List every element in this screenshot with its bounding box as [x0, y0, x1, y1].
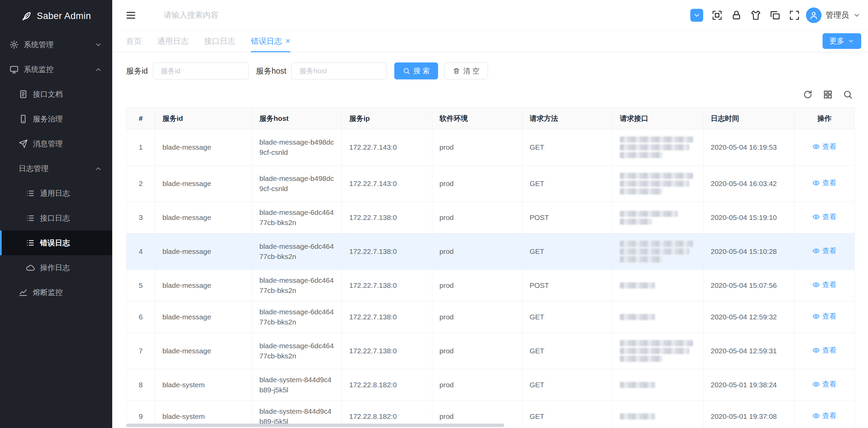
- view-button[interactable]: 查看: [812, 280, 836, 290]
- cell-index: 2: [126, 166, 155, 202]
- sidebar-item-1[interactable]: 系统监控: [0, 57, 112, 82]
- tabs: 首页通用日志接口日志错误日志×: [126, 31, 306, 52]
- multi-screen-icon[interactable]: [770, 10, 781, 21]
- view-button[interactable]: 查看: [812, 379, 836, 389]
- main-area: 管理员 首页通用日志接口日志错误日志× 更多 服务id 服务host 搜 索: [112, 0, 868, 428]
- service-host-input[interactable]: [291, 62, 387, 79]
- chevron-down-icon: [693, 11, 701, 19]
- cell-action: 查看: [794, 234, 855, 270]
- tab-1[interactable]: 通用日志: [157, 31, 189, 52]
- column-header-6: 请求接口: [613, 108, 704, 129]
- table-row-7: 7blade-messageblade-message-6dc46477cb-b…: [126, 333, 855, 369]
- filter-bar: 服务id 服务host 搜 索 清 空: [126, 62, 854, 79]
- notification-icon[interactable]: [690, 9, 703, 22]
- eye-icon: [812, 143, 820, 150]
- cell-index: 1: [126, 129, 155, 166]
- sidebar-item-label: 通用日志: [40, 188, 70, 199]
- content: 服务id 服务host 搜 索 清 空 #服务id服务host服务ip软件环境请…: [112, 52, 868, 428]
- sidebar-item-4[interactable]: 消息管理: [0, 131, 112, 156]
- sidebar-item-9[interactable]: 操作日志: [0, 255, 112, 280]
- clear-button[interactable]: 清 空: [444, 62, 488, 79]
- cell-method: POST: [522, 270, 613, 301]
- user-menu[interactable]: 管理员: [806, 7, 861, 23]
- cell-env: prod: [432, 270, 522, 301]
- lock-icon[interactable]: [731, 10, 742, 21]
- chart-icon: [19, 288, 28, 297]
- sidebar-item-10[interactable]: 熔断监控: [0, 280, 112, 305]
- cell-env: prod: [432, 369, 522, 401]
- eye-icon: [812, 179, 820, 187]
- theme-icon[interactable]: [750, 10, 761, 21]
- column-header-8: 操作: [794, 108, 855, 129]
- cell-method: GET: [522, 166, 613, 202]
- service-id-input[interactable]: [153, 62, 249, 79]
- redacted-text: [620, 256, 663, 262]
- search-button[interactable]: 搜 索: [394, 62, 438, 79]
- view-button[interactable]: 查看: [812, 212, 836, 222]
- more-button[interactable]: 更多: [823, 33, 861, 49]
- view-button[interactable]: 查看: [812, 178, 836, 188]
- send-icon: [19, 139, 28, 148]
- redacted-text: [620, 248, 689, 255]
- fullscreen-icon[interactable]: [789, 10, 800, 21]
- redacted-text: [620, 136, 693, 143]
- sidebar-item-7[interactable]: 接口日志: [0, 206, 112, 230]
- tab-close-icon[interactable]: ×: [285, 37, 290, 45]
- service-host-label: 服务host: [256, 66, 286, 76]
- eye-icon: [812, 247, 820, 255]
- chevron-up-icon: [95, 66, 102, 73]
- search-toggle-icon[interactable]: [843, 90, 853, 99]
- user-icon: [809, 10, 819, 20]
- cell-log-time: 2020-05-04 12:59:32: [704, 301, 794, 333]
- table-row-1: 1blade-messageblade-message-b498dc9cf-cs…: [126, 129, 855, 166]
- menu-toggle-button[interactable]: [125, 10, 137, 21]
- table-row-8: 8blade-systemblade-system-844d9c4b89-j5k…: [126, 369, 855, 401]
- cell-log-time: 2020-05-04 15:07:56: [704, 270, 794, 301]
- cell-service-host: blade-message-6dc46477cb-bks2n: [252, 234, 342, 270]
- logo[interactable]: Saber Admin: [0, 0, 112, 32]
- sidebar-item-label: 系统管理: [24, 40, 54, 50]
- screenshot-icon[interactable]: [712, 10, 723, 21]
- view-button[interactable]: 查看: [812, 246, 836, 256]
- cell-service-host: blade-system-844d9c4b89-j5k5l: [252, 369, 342, 401]
- sidebar-item-label: 操作日志: [40, 263, 70, 273]
- view-button[interactable]: 查看: [812, 345, 836, 355]
- monitor-icon: [9, 65, 19, 74]
- cell-action: 查看: [794, 301, 855, 333]
- eye-icon: [812, 412, 820, 420]
- tab-label: 接口日志: [204, 36, 235, 46]
- redacted-text: [620, 152, 663, 158]
- sidebar-item-2[interactable]: 接口文档: [0, 82, 112, 107]
- cell-request-api: [613, 333, 704, 369]
- global-search-input[interactable]: [164, 11, 313, 20]
- view-button[interactable]: 查看: [812, 311, 836, 321]
- cell-service-id: blade-message: [155, 202, 252, 234]
- tab-3[interactable]: 错误日志×: [251, 31, 290, 52]
- column-setting-icon[interactable]: [823, 90, 833, 99]
- view-button[interactable]: 查看: [812, 142, 836, 152]
- sidebar-item-5[interactable]: 日志管理: [0, 156, 112, 181]
- view-button-label: 查看: [822, 246, 836, 256]
- cell-env: prod: [432, 234, 522, 270]
- cell-service-ip: 172.22.7.143:0: [342, 166, 432, 202]
- refresh-icon[interactable]: [803, 90, 813, 99]
- phone-icon: [19, 114, 28, 124]
- redacted-text: [620, 413, 655, 420]
- sidebar-item-3[interactable]: 服务治理: [0, 107, 112, 131]
- cell-index: 8: [126, 369, 155, 401]
- redacted-text: [620, 181, 689, 187]
- tab-2[interactable]: 接口日志: [204, 31, 235, 52]
- sidebar-item-label: 接口文档: [33, 89, 63, 99]
- horizontal-scrollbar[interactable]: [126, 424, 504, 427]
- tab-0[interactable]: 首页: [126, 31, 142, 52]
- tab-label: 首页: [126, 36, 142, 46]
- view-button-label: 查看: [822, 411, 836, 421]
- sidebar-item-8[interactable]: 错误日志: [0, 230, 112, 255]
- cell-service-host: blade-message-6dc46477cb-bks2n: [252, 333, 342, 369]
- sidebar-item-0[interactable]: 系统管理: [0, 32, 112, 57]
- sidebar-item-6[interactable]: 通用日志: [0, 181, 112, 206]
- view-button-label: 查看: [822, 280, 836, 290]
- view-button[interactable]: 查看: [812, 411, 836, 421]
- cell-request-api: [613, 202, 704, 234]
- sidebar-item-label: 系统监控: [24, 64, 54, 75]
